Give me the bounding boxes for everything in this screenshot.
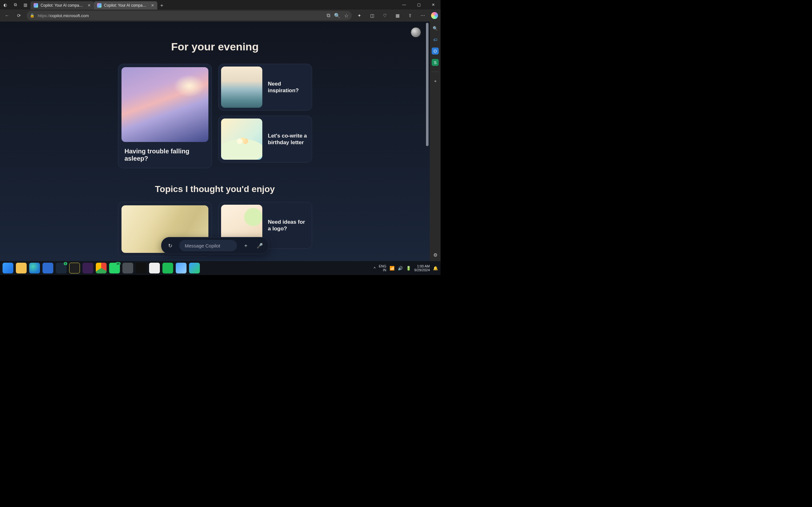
wifi-icon[interactable]: 📶 [390, 266, 395, 271]
close-window-button[interactable]: ✕ [426, 0, 441, 9]
section-heading-topics: Topics I thought you'd enjoy [155, 184, 275, 194]
lock-icon[interactable]: 🔒 [30, 13, 35, 18]
url-text: https://copilot.microsoft.com [38, 13, 323, 18]
more-icon[interactable]: ⋯ [418, 11, 427, 20]
scrollbar-thumb[interactable] [426, 23, 428, 146]
shopping-icon[interactable]: 🏷 [432, 36, 439, 43]
tab-label: Copilot: Your AI companion [41, 3, 85, 8]
card-birthday-image [221, 118, 262, 160]
taskbar-settings[interactable] [122, 263, 133, 274]
taskbar-pycharm[interactable] [69, 263, 80, 274]
outlook-icon[interactable]: O [432, 48, 439, 55]
page-viewport: For your evening Having trouble falling … [0, 21, 430, 261]
taskbar-store[interactable] [43, 263, 53, 274]
tab-copilot-1[interactable]: Copilot: Your AI companion ✕ [31, 1, 94, 9]
card-sleep-image [121, 67, 208, 142]
share-icon[interactable]: ⇪ [406, 11, 415, 20]
add-sidebar-icon[interactable]: ＋ [432, 78, 439, 84]
notifications-icon[interactable]: 🔔 [433, 266, 438, 271]
profile-icon[interactable]: ◐ [2, 2, 8, 8]
history-icon[interactable]: ↻ [165, 240, 175, 250]
gear-icon[interactable]: ⚙ [433, 252, 438, 258]
taskbar-terminal[interactable] [136, 263, 147, 274]
tray-language[interactable]: ENG IN [379, 264, 386, 272]
zoom-icon[interactable]: 🔍 [334, 13, 340, 19]
chat-input-pill[interactable] [179, 240, 237, 251]
tab-copilot-2[interactable]: Copilot: Your AI companion ✕ [94, 1, 157, 9]
sidebar-separator [432, 72, 438, 72]
tray-chevron-icon[interactable]: ^ [374, 266, 375, 271]
taskbar-app-light[interactable] [149, 263, 160, 274]
favorites-icon[interactable]: ♡ [380, 11, 389, 20]
maximize-button[interactable]: ▢ [411, 0, 426, 9]
close-tab-icon[interactable]: ✕ [151, 3, 154, 8]
card-inspiration-title: Need inspiration? [268, 80, 309, 94]
edge-sidebar: 🔍 🏷 O S ＋ ⚙ [430, 21, 441, 261]
vertical-tabs-icon[interactable]: ▥ [22, 2, 29, 8]
taskbar-chrome[interactable] [96, 263, 107, 274]
card-sleep[interactable]: Having trouble falling asleep? [118, 64, 212, 168]
tab-label: Copilot: Your AI companion [104, 3, 148, 8]
split-screen-icon[interactable]: ◫ [368, 11, 376, 20]
window-titlebar: ◐ ⧉ ▥ Copilot: Your AI companion ✕ Copil… [0, 0, 441, 9]
card-inspiration[interactable]: Need inspiration? [218, 64, 312, 111]
open-external-icon[interactable]: ⧉ [327, 13, 330, 18]
tab-strip: Copilot: Your AI companion ✕ Copilot: Yo… [31, 0, 397, 9]
card-sleep-title: Having trouble falling asleep? [121, 148, 208, 162]
taskbar-steam[interactable] [56, 263, 67, 274]
copilot-favicon [34, 3, 38, 8]
system-tray: ^ ENG IN 📶 🔊 🔋 1:00 AM 9/29/2024 🔔 [374, 264, 438, 272]
refresh-button[interactable]: ⟳ [14, 11, 23, 20]
section-heading-evening: For your evening [171, 41, 259, 53]
card-row-evening: Having trouble falling asleep? Need insp… [118, 64, 312, 168]
tray-clock[interactable]: 1:00 AM 9/29/2024 [414, 264, 430, 272]
card-birthday-title: Let's co-write a birthday letter [268, 132, 309, 146]
copilot-icon[interactable] [431, 12, 438, 19]
minimize-button[interactable]: — [397, 0, 411, 9]
close-tab-icon[interactable]: ✕ [88, 3, 91, 8]
browser-toolbar: ← ⟳ 🔒 https://copilot.microsoft.com ⧉ 🔍 … [0, 9, 441, 21]
chat-input-dock: ↻ ＋ 🎤 [161, 237, 269, 254]
app-icon[interactable]: S [432, 59, 439, 66]
address-bar[interactable]: 🔒 https://copilot.microsoft.com ⧉ 🔍 ☆ [27, 11, 352, 20]
chat-input[interactable] [184, 243, 232, 249]
back-button[interactable]: ← [3, 11, 11, 20]
battery-icon[interactable]: 🔋 [406, 266, 411, 271]
copilot-favicon [97, 3, 101, 8]
taskbar-globe[interactable] [189, 263, 200, 274]
collections-icon[interactable]: ▦ [393, 11, 402, 20]
taskbar-paint[interactable] [176, 263, 187, 274]
taskbar-spotify[interactable] [162, 263, 173, 274]
start-button[interactable] [3, 263, 13, 274]
extensions-icon[interactable]: ✦ [355, 11, 364, 20]
taskbar: ^ ENG IN 📶 🔊 🔋 1:00 AM 9/29/2024 🔔 [0, 261, 441, 275]
scrollbar[interactable] [426, 23, 428, 260]
taskbar-file-explorer[interactable] [16, 263, 27, 274]
card-inspiration-image [221, 66, 262, 108]
card-logo-title: Need ideas for a logo? [268, 219, 309, 232]
workspaces-icon[interactable]: ⧉ [12, 2, 18, 8]
page-content: For your evening Having trouble falling … [0, 21, 430, 261]
card-birthday-letter[interactable]: Let's co-write a birthday letter [218, 116, 312, 163]
new-tab-button[interactable]: ＋ [157, 1, 166, 9]
volume-icon[interactable]: 🔊 [398, 266, 403, 271]
taskbar-edge[interactable] [29, 263, 40, 274]
add-button[interactable]: ＋ [241, 240, 251, 250]
search-icon[interactable]: 🔍 [432, 25, 439, 32]
taskbar-app-purple[interactable] [83, 263, 93, 274]
taskbar-whatsapp[interactable] [109, 263, 120, 274]
favorite-icon[interactable]: ☆ [344, 13, 349, 19]
mic-icon[interactable]: 🎤 [255, 240, 265, 250]
